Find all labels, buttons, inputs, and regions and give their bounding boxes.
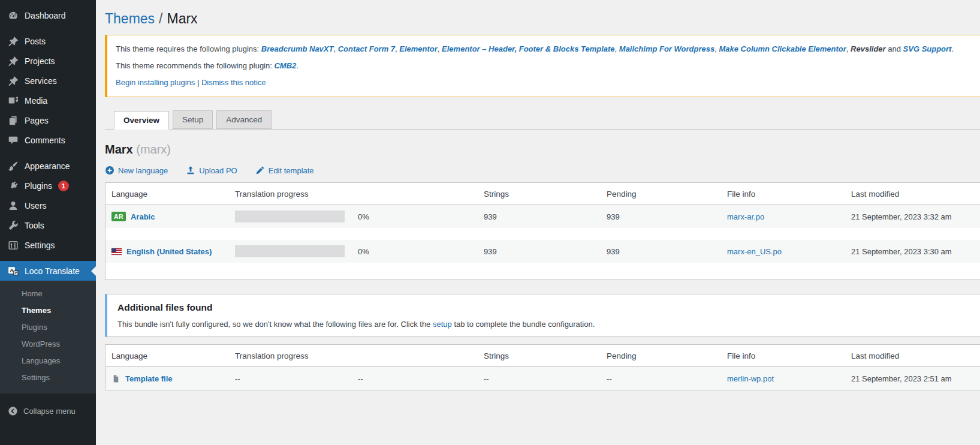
dismiss-this-notice-link[interactable]: Dismiss this notice [201,78,266,87]
text-segment: , [615,44,619,53]
new-language-link[interactable]: New language [105,166,168,175]
sidebar-item-dashboard[interactable]: Dashboard [0,5,96,25]
text-segment: tab to complete the bundle configuration… [452,320,595,329]
sidebar-item-label: Services [25,76,57,86]
plugin-link[interactable]: Mailchimp For Wordpress [619,44,714,53]
sidebar-item-projects[interactable]: Projects [0,51,96,71]
last-modified-cell: 21 September, 2023 3:32 am [851,212,980,221]
text-segment: . [951,44,954,53]
progress-bar-slot: -- [235,374,345,383]
language-cell: English (United States) [111,247,235,256]
loco-submenu-home[interactable]: Home [0,285,96,302]
table-body: ARArabic0%939939marx-ar.po21 September, … [105,205,980,279]
loco-submenu-wordpress[interactable]: WordPress [0,336,96,353]
text-segment: . [296,61,298,70]
plugin-link[interactable]: SVG Support [903,44,952,53]
table-row: English (United States)0%939939marx-en_U… [105,240,980,263]
last-modified-cell: 21 September, 2023 3:30 am [851,247,980,256]
loco-submenu-plugins[interactable]: Plugins [0,319,96,336]
plugin-link[interactable]: Contact Form 7 [338,44,395,53]
sidebar-item-comments[interactable]: Comments [0,130,96,150]
progress-percent: 0% [358,212,369,221]
sidebar-item-tools[interactable]: Tools [0,215,96,235]
sidebar-item-posts[interactable]: Posts [0,31,96,51]
upload-icon [186,166,195,175]
main-content: Themes/Marx This theme requires the foll… [96,0,980,445]
plugin-link[interactable]: Elementor – Header, Footer & Blocks Temp… [442,44,615,53]
tab-overview[interactable]: Overview [114,111,169,130]
tab-advanced[interactable]: Advanced [216,110,272,129]
sidebar-item-plugins[interactable]: Plugins1 [0,176,96,196]
table-row: ARArabic0%939939marx-ar.po21 September, … [105,205,980,228]
file-link[interactable]: marx-en_US.po [727,247,782,256]
additional-files-title: Additional files found [117,302,980,313]
upload-po-link[interactable]: Upload PO [186,166,237,175]
table-header-row: LanguageTranslation progressStringsPendi… [105,345,980,367]
sidebar-item-label: Settings [25,240,55,250]
loco-submenu-languages[interactable]: Languages [0,353,96,369]
pin-icon [8,76,19,86]
strings-cell: -- [484,374,607,383]
sidebar-item-services[interactable]: Services [0,71,96,91]
recommended-plugin-text: This theme recommends the following plug… [116,59,980,73]
edit-template-link[interactable]: Edit template [255,166,314,175]
column-header: File info [727,351,851,360]
plugin-link[interactable]: Elementor [399,44,438,53]
last-modified-cell: 21 September, 2023 2:51 am [851,374,980,383]
wordpress-admin: DashboardPostsProjectsServicesMediaPages… [0,0,980,445]
plugin-link[interactable]: Make Column Clickable Elementor [719,44,846,53]
action-label: New language [118,166,168,175]
file-info-cell: marx-ar.po [727,212,851,221]
text-segment: This theme recommends the following plug… [116,61,274,70]
language-link[interactable]: Arabic [131,212,155,221]
progress-bar [235,211,345,222]
menu-separator [0,25,96,31]
admin-menu: DashboardPostsProjectsServicesMediaPages… [0,0,96,281]
loco-submenu-settings[interactable]: Settings [0,369,96,386]
collapse-menu-button[interactable]: Collapse menu [0,402,96,420]
progress-percent: -- [358,374,363,383]
translations-table: LanguageTranslation progressStringsPendi… [105,182,980,280]
sidebar-item-settings[interactable]: Settings [0,235,96,255]
progress-cell: ---- [235,374,484,383]
text-segment: and [886,44,903,53]
sidebar-item-label: Media [25,96,47,106]
file-link[interactable]: merlin-wp.pot [727,374,774,383]
notice-actions: Begin installing plugins | Dismiss this … [116,76,980,89]
pencil-icon [255,166,265,175]
loco-translate-submenu: HomeThemesPluginsWordPressLanguagesSetti… [0,281,96,393]
us-flag-icon [111,248,122,255]
text-segment: This bundle isn't fully configured, so w… [117,320,433,329]
column-header: Strings [484,351,607,360]
sidebar-item-users[interactable]: Users [0,196,96,215]
sidebar-item-pages[interactable]: Pages [0,110,96,130]
bundle-slug: (marx) [136,143,171,156]
progress-percent: 0% [358,247,369,256]
sidebar-item-label: Dashboard [25,11,66,20]
language-link[interactable]: English (United States) [126,247,212,256]
sidebar-item-loco-translate[interactable]: ALoco Translate [0,261,96,281]
plugin-link[interactable]: CMB2 [274,61,296,70]
begin-installing-plugins-link[interactable]: Begin installing plugins [116,78,195,87]
sidebar-item-label: Plugins [25,181,52,191]
setup-link[interactable]: setup [433,320,452,329]
column-header: Pending [607,190,727,199]
sidebar-item-label: Comments [25,136,65,145]
loco-submenu-themes[interactable]: Themes [0,302,96,319]
sidebar-item-appearance[interactable]: Appearance [0,156,96,176]
file-link[interactable]: marx-ar.po [727,212,764,221]
plugin-requirements-notice: This theme requires the following plugin… [105,35,980,97]
column-header: File info [727,190,851,199]
language-link[interactable]: Template file [125,374,173,383]
plugin-link[interactable]: Breadcrumb NavXT [261,44,334,53]
media-icon [8,95,19,106]
tab-setup[interactable]: Setup [173,110,213,129]
file-info-cell: merlin-wp.pot [727,374,851,383]
sidebar-item-media[interactable]: Media [0,91,96,110]
breadcrumb-themes-link[interactable]: Themes [105,11,155,26]
svg-text:A: A [10,267,14,273]
separator: | [195,78,201,87]
pages-icon [8,115,19,126]
text-segment: , [333,44,337,53]
action-label: Edit template [269,166,314,175]
